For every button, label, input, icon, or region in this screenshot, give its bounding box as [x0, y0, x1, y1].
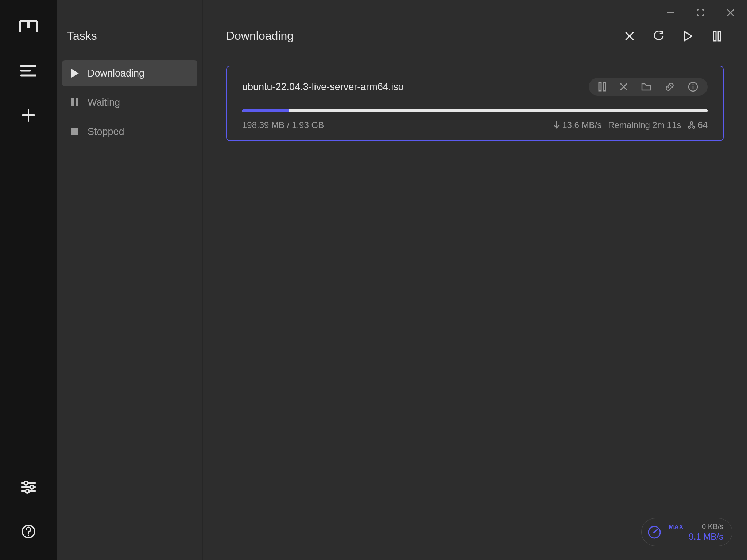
play-outline-icon [683, 31, 693, 42]
main-panel: Downloading ubuntu-22.04.3-live-se [203, 0, 747, 560]
task-link[interactable] [665, 82, 675, 92]
task-size: 198.39 MB / 1.93 GB [242, 120, 324, 130]
maximize-icon [696, 8, 705, 18]
page-title: Downloading [226, 29, 294, 43]
task-delete[interactable] [619, 82, 628, 91]
action-resume[interactable] [681, 30, 694, 43]
task-connections: 64 [688, 120, 708, 130]
svg-rect-13 [71, 98, 74, 106]
nav-help[interactable] [0, 521, 57, 542]
action-pause[interactable] [711, 30, 724, 43]
nav-rail [0, 0, 57, 560]
nav-tasks[interactable] [0, 60, 57, 82]
task-folder[interactable] [641, 82, 651, 91]
sidebar-item-label: Waiting [88, 97, 120, 108]
refresh-icon [653, 31, 664, 42]
svg-rect-15 [71, 128, 78, 135]
task-item-actions [589, 78, 708, 96]
app-logo[interactable] [0, 15, 57, 37]
window-maximize[interactable] [693, 5, 708, 20]
menu-icon [20, 65, 36, 77]
logo-icon [19, 20, 38, 33]
gauge-icon [647, 525, 662, 540]
speed-badge[interactable]: MAX 0 KB/s 9.1 MB/s [641, 518, 732, 546]
link-icon [665, 82, 675, 92]
task-card[interactable]: ubuntu-22.04.3-live-server-arm64.iso [226, 66, 724, 141]
action-delete[interactable] [623, 30, 636, 43]
svg-point-28 [693, 84, 694, 85]
close-icon [726, 8, 735, 18]
svg-rect-24 [603, 83, 605, 91]
task-info[interactable] [688, 82, 698, 92]
pause-outline-icon [712, 31, 722, 42]
svg-point-33 [693, 126, 695, 128]
x-icon [624, 31, 635, 41]
svg-rect-14 [76, 98, 78, 106]
plus-icon [22, 108, 35, 122]
window-minimize[interactable] [663, 5, 678, 20]
sidebar-item-downloading[interactable]: Downloading [62, 60, 197, 86]
svg-line-35 [692, 124, 693, 126]
speed-mode: MAX [669, 523, 684, 531]
window-controls [663, 5, 738, 20]
svg-point-10 [26, 489, 29, 493]
svg-point-32 [688, 126, 690, 128]
task-pause[interactable] [598, 82, 606, 92]
tasks-sidebar: Tasks Downloading Waiting Stopped [57, 0, 203, 560]
nav-add-task[interactable] [0, 104, 57, 126]
task-remaining: Remaining 2m 11s [608, 120, 681, 130]
sidebar-item-stopped[interactable]: Stopped [62, 118, 197, 145]
sidebar-item-waiting[interactable]: Waiting [62, 89, 197, 116]
sidebar-item-label: Downloading [88, 68, 144, 79]
divider [226, 53, 724, 53]
task-speed: 13.6 MB/s [553, 120, 601, 130]
svg-rect-23 [599, 83, 601, 91]
svg-line-34 [690, 124, 692, 126]
nav-settings[interactable] [0, 476, 57, 498]
window-close[interactable] [723, 5, 738, 20]
sidebar-item-label: Stopped [88, 126, 124, 137]
download-arrow-icon [553, 121, 560, 129]
svg-point-8 [30, 485, 34, 489]
stop-icon [70, 128, 80, 135]
pause-icon [598, 82, 606, 92]
connections-icon [688, 121, 696, 129]
svg-point-31 [690, 122, 693, 124]
settings-icon [21, 480, 36, 494]
info-icon [688, 82, 698, 92]
svg-point-6 [24, 481, 28, 485]
svg-point-37 [653, 531, 655, 533]
sidebar-title: Tasks [57, 29, 202, 57]
minimize-icon [666, 8, 676, 18]
svg-rect-22 [718, 31, 721, 41]
action-refresh[interactable] [652, 30, 665, 43]
svg-rect-21 [713, 31, 716, 41]
folder-icon [641, 82, 651, 91]
progress-fill [242, 109, 289, 112]
progress-bar [242, 109, 708, 112]
pause-icon [70, 98, 80, 107]
task-filename: ubuntu-22.04.3-live-server-arm64.iso [242, 81, 404, 93]
speed-upload: 0 KB/s [702, 522, 723, 531]
help-icon [21, 524, 36, 539]
play-icon [70, 69, 80, 78]
svg-point-12 [28, 535, 29, 536]
x-icon [619, 82, 628, 91]
speed-download: 9.1 MB/s [689, 531, 723, 542]
